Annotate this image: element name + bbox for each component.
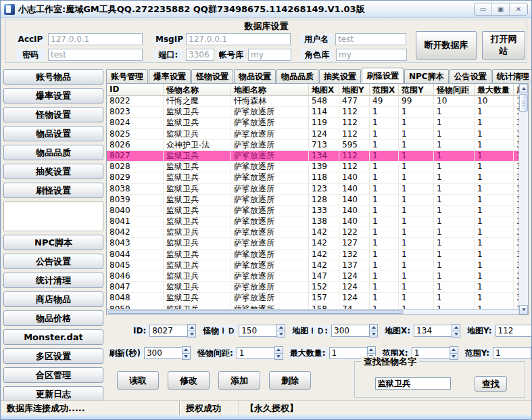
sidebar-item-0[interactable]: 账号物品 xyxy=(3,69,103,85)
spin-down-icon[interactable] xyxy=(274,353,283,360)
table-row[interactable]: 8040监狱卫兵萨挲放逐所13314011113 xyxy=(107,206,528,216)
table-row[interactable]: 8043监狱卫兵萨挲放逐所14212711113 xyxy=(107,238,528,249)
column-header-5[interactable]: 范围X xyxy=(370,84,399,95)
sidebar-item-8[interactable]: 公告设置 xyxy=(3,254,103,269)
table-row[interactable]: 8039监狱卫兵萨挲放逐所12814011113 xyxy=(107,195,528,206)
action-button-0[interactable]: 读取 xyxy=(117,371,159,390)
form-field-input-0-3[interactable] xyxy=(414,325,452,337)
spin-down-icon[interactable] xyxy=(187,331,196,338)
table-row[interactable]: 8024监狱卫兵萨挲放逐所11911211113 xyxy=(107,118,528,129)
sidebar-item-3[interactable]: 物品设置 xyxy=(3,126,103,141)
table-row[interactable]: 8042监狱卫兵萨挲放逐所14212211113 xyxy=(107,227,528,238)
vertical-scrollbar[interactable] xyxy=(518,84,528,314)
sidebar-item-15[interactable]: 更新日志 xyxy=(3,386,103,402)
column-header-0[interactable]: ID xyxy=(107,84,164,95)
spin-down-icon[interactable] xyxy=(276,331,285,338)
tab-3[interactable]: 物品设置 xyxy=(234,69,276,83)
role-db-label: 角色库 xyxy=(301,49,333,60)
open-website-button[interactable]: 打开网站 xyxy=(482,31,525,60)
table-row[interactable]: 8025监狱卫兵萨挲放逐所12411211113 xyxy=(107,129,528,140)
close-button[interactable]: ✕ xyxy=(510,3,527,15)
maximize-button[interactable]: ▣ xyxy=(492,3,510,15)
sidebar-item-11[interactable]: 物品价格 xyxy=(3,310,103,326)
table-row[interactable]: 8045监狱卫兵萨挲放逐所14213711113 xyxy=(107,260,528,271)
column-header-1[interactable]: 怪物名称 xyxy=(164,84,231,95)
sidebar-item-6[interactable]: 刷怪设置 xyxy=(3,183,103,198)
tab-2[interactable]: 怪物设置 xyxy=(191,69,233,83)
column-header-2[interactable]: 地图名称 xyxy=(231,84,309,95)
sidebar-item-2[interactable]: 怪物设置 xyxy=(3,107,103,122)
tab-1[interactable]: 爆率设置 xyxy=(149,69,191,83)
table-row[interactable]: 8029监狱卫兵萨挲放逐所11814011113 xyxy=(107,172,528,183)
action-button-3[interactable]: 删除 xyxy=(269,371,311,390)
tab-0[interactable]: 账号管理 xyxy=(106,69,148,83)
sidebar-item-4[interactable]: 物品品质 xyxy=(3,145,103,160)
table-row[interactable]: 8026众神护卫-法萨挲放逐所71359511113 xyxy=(107,140,528,151)
table-row[interactable]: 8023监狱卫兵萨挲放逐所11411211113 xyxy=(107,107,528,118)
scrollbar-up-icon[interactable] xyxy=(519,84,528,93)
cell: 1 xyxy=(370,260,399,271)
tab-7[interactable]: NPC脚本 xyxy=(404,69,449,83)
form-field-input-1-4[interactable] xyxy=(493,347,531,359)
sidebar-item-10[interactable]: 商店物品 xyxy=(3,291,103,307)
column-header-8[interactable]: 最大数量 xyxy=(475,84,514,95)
tab-4[interactable]: 物品品质 xyxy=(276,69,318,83)
form-field-input-0-2[interactable] xyxy=(331,325,369,337)
tab-6[interactable]: 刷怪设置 xyxy=(362,68,404,83)
sidebar-item-12[interactable]: Monster.dat xyxy=(3,329,103,345)
sidebar-item-1[interactable]: 爆率设置 xyxy=(3,88,103,103)
table-row[interactable]: 8048监狱卫兵萨挲放逐所15712411113 xyxy=(107,293,528,304)
table-row[interactable]: 8038监狱卫兵萨挲放逐所12314011113 xyxy=(107,184,528,195)
column-header-7[interactable]: 怪物间距 xyxy=(434,84,475,95)
sidebar-item-5[interactable]: 抽奖设置 xyxy=(3,164,103,179)
username-input[interactable] xyxy=(335,33,406,45)
disconnect-db-button[interactable]: 断开数据库 xyxy=(416,31,477,60)
spin-down-icon[interactable] xyxy=(182,353,191,360)
spin-down-icon[interactable] xyxy=(450,353,458,360)
column-header-6[interactable]: 范围Y xyxy=(399,84,434,95)
horizontal-scrollbar-thumb[interactable] xyxy=(107,310,404,314)
form-field-input-1-0[interactable] xyxy=(144,347,182,359)
tab-5[interactable]: 抽奖设置 xyxy=(319,69,361,83)
tab-9[interactable]: 统计清理 xyxy=(492,69,532,83)
vertical-scrollbar-thumb[interactable] xyxy=(519,94,528,112)
cell: 1 xyxy=(434,118,475,128)
tab-8[interactable]: 公告设置 xyxy=(450,69,491,83)
accip-input[interactable] xyxy=(48,33,143,45)
spin-down-icon[interactable] xyxy=(369,331,378,338)
table-row[interactable]: 8041监狱卫兵萨挲放逐所13814011113 xyxy=(107,216,528,227)
form-field-input-0-0[interactable] xyxy=(149,325,187,337)
form-field-input-1-1[interactable] xyxy=(237,347,274,359)
account-db-input[interactable] xyxy=(248,49,291,61)
column-header-3[interactable]: 地图X xyxy=(309,84,339,95)
table-row[interactable]: 8046监狱卫兵萨挲放逐所14712411113 xyxy=(107,271,528,282)
search-button[interactable]: 查找 xyxy=(475,376,507,392)
cell: 1 xyxy=(399,293,434,303)
sidebar-item-13[interactable]: 多区设置 xyxy=(3,348,103,364)
table-row[interactable]: 8027监狱卫兵萨挲放逐所13411211113 xyxy=(107,151,528,162)
monster-name-search-input[interactable] xyxy=(375,377,451,390)
scrollbar-down-icon[interactable] xyxy=(519,305,528,314)
table-row[interactable]: 8028监狱卫兵萨挲放逐所13911211113 xyxy=(107,162,528,172)
sidebar-item-9[interactable]: 统计清理 xyxy=(3,273,103,288)
role-db-input[interactable] xyxy=(336,49,407,61)
msgip-input[interactable] xyxy=(186,33,291,45)
form-field-input-0-1[interactable] xyxy=(239,325,276,337)
cell: 1 xyxy=(475,238,514,248)
form-field-input-0-4[interactable] xyxy=(495,325,532,337)
minimize-button[interactable]: ▭ xyxy=(475,3,492,15)
action-button-1[interactable]: 修改 xyxy=(168,371,210,390)
action-button-2[interactable]: 添加 xyxy=(218,371,260,390)
password-input[interactable] xyxy=(48,49,143,61)
table-row[interactable]: 8044监狱卫兵萨挲放逐所14213211113 xyxy=(107,250,528,260)
sidebar-item-7[interactable]: NPC脚本 xyxy=(3,235,103,250)
cell: 124 xyxy=(309,129,339,139)
cell: 萨挲放逐所 xyxy=(231,107,309,117)
port-input[interactable] xyxy=(186,49,214,61)
table-row[interactable]: 8047监狱卫兵萨挲放逐所15212411113 xyxy=(107,282,528,293)
spin-down-icon[interactable] xyxy=(452,331,460,338)
column-header-4[interactable]: 地图Y xyxy=(339,84,370,95)
table-row[interactable]: 8022忏悔之魔忏悔森林548477499910101 xyxy=(107,96,528,107)
horizontal-scrollbar[interactable] xyxy=(107,309,518,314)
sidebar-item-14[interactable]: 合区管理 xyxy=(3,367,103,383)
